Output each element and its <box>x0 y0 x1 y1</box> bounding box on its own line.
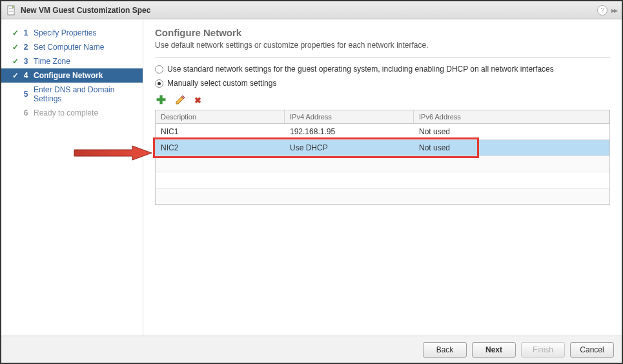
header-ipv4[interactable]: IPv4 Address <box>285 110 414 123</box>
nic-row-selected[interactable]: NIC2 Use DHCP Not used <box>156 140 609 156</box>
window-title: New VM Guest Customization Spec <box>21 6 150 15</box>
step-time-zone[interactable]: ✓ 3 Time Zone <box>1 54 143 68</box>
step-specify-properties[interactable]: ✓ 1 Specify Properties <box>1 26 143 40</box>
header-ipv6[interactable]: IPv6 Address <box>414 110 609 123</box>
svg-rect-3 <box>9 10 13 10</box>
header-description[interactable]: Description <box>156 110 285 123</box>
edit-icon[interactable] <box>175 95 185 105</box>
title-bar: New VM Guest Customization Spec ? ▸▸ <box>1 1 622 19</box>
nic-row[interactable]: NIC1 192.168.1.95 Not used <box>156 124 609 140</box>
check-icon: ✓ <box>10 43 21 52</box>
step-ready-to-complete: ✓ 6 Ready to complete <box>1 106 143 120</box>
document-icon <box>6 5 17 15</box>
nic-toolbar: ✚ ✖ <box>155 93 610 107</box>
radio-standard-input[interactable] <box>155 65 163 74</box>
body: ✓ 1 Specify Properties ✓ 2 Set Computer … <box>1 19 622 336</box>
page-subtitle: Use default network settings or customiz… <box>155 41 610 50</box>
step-configure-network[interactable]: ✓ 4 Configure Network <box>1 68 143 83</box>
wizard-footer: Back Next Finish Cancel <box>1 336 622 363</box>
empty-row <box>156 156 609 172</box>
radio-standard-settings[interactable]: Use standard network settings for the gu… <box>155 65 610 74</box>
step-enter-dns[interactable]: ✓ 5 Enter DNS and DomainSettings <box>1 83 143 106</box>
page-heading: Configure Network <box>155 27 610 38</box>
expand-icon[interactable]: ▸▸ <box>611 6 617 15</box>
check-icon: ✓ <box>10 28 21 37</box>
check-icon: ✓ <box>10 57 21 66</box>
step-set-computer-name[interactable]: ✓ 2 Set Computer Name <box>1 40 143 54</box>
back-button[interactable]: Back <box>423 342 467 358</box>
add-icon[interactable]: ✚ <box>156 93 166 107</box>
radio-manual-input[interactable] <box>155 79 163 88</box>
help-icon[interactable]: ? <box>597 5 608 15</box>
check-icon: ✓ <box>10 71 21 80</box>
nic-table: Description IPv4 Address IPv6 Address NI… <box>155 110 610 205</box>
divider <box>155 57 610 58</box>
finish-button: Finish <box>521 342 565 358</box>
main-panel: Configure Network Use default network se… <box>143 19 622 336</box>
empty-row <box>156 172 609 188</box>
svg-rect-2 <box>9 8 13 9</box>
title-bar-right: ? ▸▸ <box>597 5 617 15</box>
nic-table-header: Description IPv4 Address IPv6 Address <box>156 110 609 124</box>
svg-rect-4 <box>9 11 13 12</box>
wizard-sidebar: ✓ 1 Specify Properties ✓ 2 Set Computer … <box>1 19 143 336</box>
radio-manual-settings[interactable]: Manually select custom settings <box>155 79 610 88</box>
wizard-window: New VM Guest Customization Spec ? ▸▸ ✓ 1… <box>0 0 623 364</box>
delete-icon[interactable]: ✖ <box>194 96 201 105</box>
empty-row <box>156 188 609 205</box>
cancel-button[interactable]: Cancel <box>570 342 614 358</box>
next-button[interactable]: Next <box>472 342 516 358</box>
